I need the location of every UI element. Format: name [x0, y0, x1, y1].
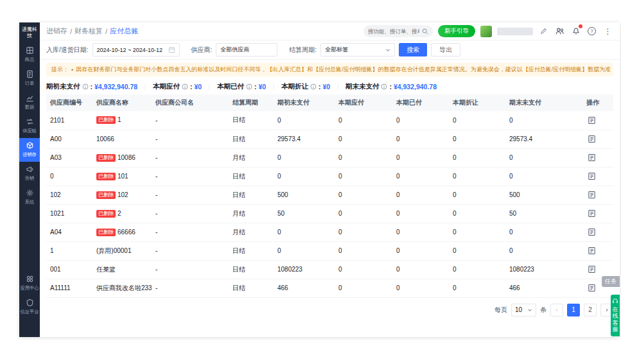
table-row: 1(弃用)00001-日结00000: [46, 241, 613, 260]
sidebar-item-label: 信息平台: [21, 309, 39, 315]
detail-icon[interactable]: [586, 152, 597, 162]
sidebar-item-inventory[interactable]: 进销存: [19, 138, 40, 162]
search-button[interactable]: 搜索: [399, 43, 427, 56]
deleted-badge: 已删除: [96, 210, 116, 218]
more-menu-icon[interactable]: ⋮: [602, 26, 613, 37]
prev-page-button[interactable]: ‹: [550, 304, 563, 316]
supplier-name-cell: (弃用)00001: [92, 241, 152, 260]
deleted-badge: 已删除: [96, 229, 116, 236]
summary-label: 本期折让: [281, 82, 308, 91]
summary-divider: ｜: [206, 82, 213, 91]
cycle-select[interactable]: 全部标签: [320, 43, 395, 56]
exchange-arrows-icon: [26, 117, 34, 126]
detail-icon[interactable]: [586, 264, 597, 274]
period-paid-cell: 0: [392, 186, 449, 204]
table-wrap: 供应商编号 供应商名称 供应商公司名 结算周期 期初未支付 本期应付 本期已付 …: [40, 94, 620, 298]
period-discount-cell: 0: [449, 279, 505, 297]
avatar[interactable]: [480, 26, 492, 37]
edit-pencil-icon[interactable]: [538, 26, 549, 37]
date-range-input[interactable]: 2024-10-12 ~ 2024-10-12: [92, 43, 180, 56]
period-payable-cell: 0: [335, 130, 392, 148]
sidebar-item-supply-chain[interactable]: 供应链: [19, 114, 40, 138]
supplier-code-cell: A00: [46, 130, 92, 148]
period-payable-cell: 0: [335, 204, 392, 223]
task-floating-tag[interactable]: 任务: [602, 276, 620, 287]
sidebar-item-info-platform[interactable]: 信息平台: [19, 295, 40, 319]
help-icon[interactable]: ?: [586, 26, 597, 37]
collaborators-icon[interactable]: [554, 26, 565, 37]
summary-label: 本期已付: [217, 82, 244, 91]
company-name-cell: -: [152, 204, 229, 223]
period-discount-cell: 0: [449, 204, 505, 223]
breadcrumb-section[interactable]: 财务核算: [74, 26, 103, 36]
sidebar-item-orders[interactable]: 订单: [19, 67, 40, 91]
detail-icon[interactable]: [586, 282, 597, 293]
gear-icon: [26, 189, 34, 197]
guide-button[interactable]: 新手引导: [438, 25, 475, 37]
period-paid-cell: 0: [392, 148, 449, 167]
summary-item: 本期已付:¥0: [217, 82, 266, 91]
sidebar-item-app-center[interactable]: 应用中心: [19, 272, 40, 295]
supplier-name-cell: 已删除10086: [92, 148, 152, 167]
supplier-name-cell: 已删除101: [92, 167, 152, 186]
operation-cell: [582, 186, 613, 204]
settlement-cycle-cell: 日结: [229, 241, 274, 260]
company-name-cell: -: [152, 130, 229, 148]
sidebar-item-label: 营销: [25, 175, 34, 182]
company-name-cell: -: [152, 186, 229, 204]
table-row: A03已删除10086-月结00000: [46, 148, 613, 167]
screenshot-canvas: 进魔科技 商品 订单 数据 供应链 进销存 营销 系统: [0, 0, 621, 364]
export-button[interactable]: 导出: [431, 43, 460, 56]
supplier-code-cell: 0: [46, 167, 92, 186]
online-service-tab[interactable]: 在线客服: [611, 295, 620, 336]
sidebar-item-marketing[interactable]: 营销: [19, 162, 40, 186]
page-button-1[interactable]: 1: [567, 304, 580, 316]
sidebar-item-goods[interactable]: 商品: [19, 43, 40, 67]
period-paid-cell: 0: [392, 204, 449, 223]
info-icon: [246, 83, 252, 90]
filter-bar: 入库/退货日期: 2024-10-12 ~ 2024-10-12 供应商: 全部…: [40, 40, 620, 60]
closing-unpaid-cell: 0: [505, 223, 582, 241]
notification-bell-icon[interactable]: [570, 26, 581, 37]
breadcrumb-root[interactable]: 进销存: [46, 26, 67, 36]
col-period-paid: 本期已付: [392, 94, 449, 111]
detail-icon[interactable]: [586, 227, 597, 237]
period-paid-cell: 0: [392, 223, 449, 241]
supplier-code-cell: 1: [46, 241, 92, 260]
sidebar-item-data[interactable]: 数据: [19, 91, 40, 114]
period-discount-cell: 0: [449, 186, 505, 204]
period-payable-cell: 0: [335, 279, 392, 297]
col-closing-unpaid: 期末未支付: [505, 94, 582, 111]
supplier-input[interactable]: 全部供应商: [216, 43, 277, 56]
summary-colon: :: [190, 83, 193, 91]
sidebar-item-system[interactable]: 系统: [19, 186, 40, 209]
detail-icon[interactable]: [586, 208, 597, 218]
notice-text: 因存在财务部门与业务部门对小数点四舍五入的标准以及时间口径不同等，【出入库汇总】…: [76, 65, 613, 74]
settlement-cycle-cell: 日结: [229, 111, 274, 130]
summary-divider: ｜: [142, 82, 148, 91]
pagination: 每页 10 条 ‹ 1 2 ›: [40, 298, 620, 322]
company-name-cell: -: [152, 279, 229, 297]
supplier-code-cell: 102: [46, 186, 92, 204]
detail-icon[interactable]: [586, 189, 597, 200]
page-button-2[interactable]: 2: [584, 304, 597, 316]
app-grid-icon: [26, 275, 34, 283]
detail-icon[interactable]: [586, 134, 597, 144]
global-search-input[interactable]: [368, 28, 419, 35]
period-discount-cell: 0: [449, 241, 505, 260]
table-row: 0已删除101-日结00000: [46, 167, 613, 186]
global-search[interactable]: [363, 25, 433, 37]
detail-icon[interactable]: [586, 115, 597, 125]
supplier-code-cell: A11111: [46, 279, 92, 297]
detail-icon[interactable]: [586, 245, 597, 256]
detail-icon[interactable]: [586, 171, 597, 181]
company-name-cell: -: [152, 260, 229, 279]
box-icon: [26, 141, 34, 150]
goods-icon: [26, 46, 34, 55]
period-payable-cell: 0: [335, 186, 392, 204]
period-discount-cell: 0: [449, 167, 505, 186]
summary-colon: :: [91, 83, 93, 91]
per-page-select[interactable]: 10: [511, 304, 536, 316]
per-page-label: 每页: [494, 306, 507, 315]
breadcrumb-separator: /: [105, 28, 107, 35]
